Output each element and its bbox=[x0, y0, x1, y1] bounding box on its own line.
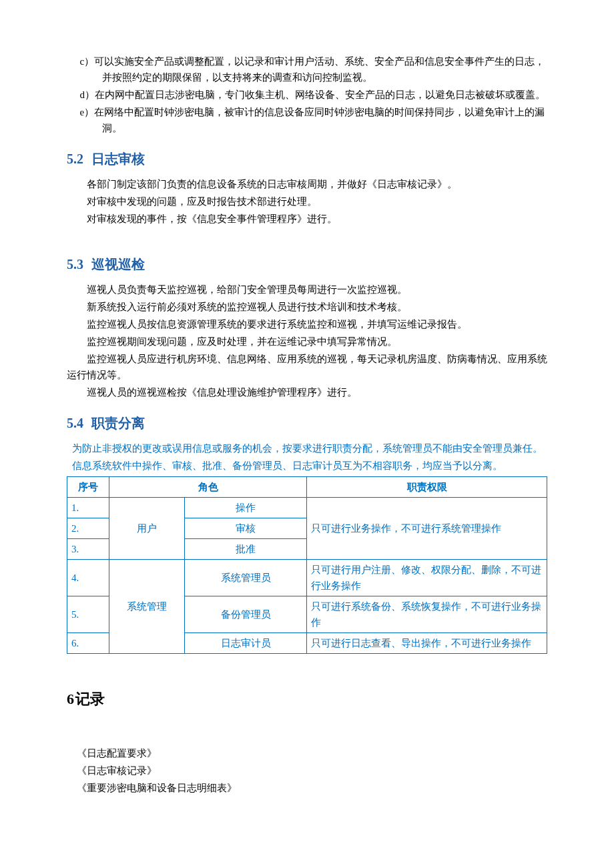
record-item-3: 《重要涉密电脑和设备日志明细表》 bbox=[77, 780, 547, 796]
cell-role: 系统管理员 bbox=[185, 560, 307, 596]
s53-p5: 监控巡视人员应进行机房环境、信息网络、应用系统的巡视，每天记录机房温度、防病毒情… bbox=[67, 351, 547, 383]
cell-role: 批准 bbox=[185, 539, 307, 560]
cell-seq: 1. bbox=[67, 498, 109, 518]
cell-permission: 只可进行用户注册、修改、权限分配、删除，不可进行业务操作 bbox=[307, 560, 547, 596]
heading-6-title: 记录 bbox=[75, 691, 105, 707]
cell-seq: 4. bbox=[67, 560, 109, 596]
heading-5-2-title: 日志审核 bbox=[91, 151, 145, 166]
cell-role: 操作 bbox=[185, 498, 307, 518]
responsibility-table: 序号 角色 职责权限 1. 用户 操作 只可进行业务操作，不可进行系统管理操作 … bbox=[67, 476, 547, 654]
cell-seq: 2. bbox=[67, 518, 109, 539]
s52-p2: 对审核中发现的问题，应及时报告技术部进行处理。 bbox=[67, 193, 547, 209]
cell-group: 系统管理 bbox=[109, 560, 185, 654]
heading-5-2-num: 5.2 bbox=[67, 151, 83, 166]
intro-item-e: e）在网络中配置时钟涉密电脑，被审计的信息设备应同时钟涉密电脑的时间保持同步，以… bbox=[67, 104, 547, 136]
cell-seq: 6. bbox=[67, 633, 109, 654]
intro-item-d: d）在内网中配置日志涉密电脑，专门收集主机、网络设备、安全产品的日志，以避免日志… bbox=[67, 87, 547, 103]
s53-p4: 监控巡视期间发现问题，应及时处理，并在运维记录中填写异常情况。 bbox=[67, 334, 547, 350]
th-permission: 职责权限 bbox=[307, 477, 547, 498]
s53-p3: 监控巡视人员按信息资源管理系统的要求进行系统监控和巡视，并填写运维记录报告。 bbox=[67, 316, 547, 332]
cell-permission: 只可进行系统备份、系统恢复操作，不可进行业务操作 bbox=[307, 596, 547, 633]
s52-p1: 各部门制定该部门负责的信息设备系统的日志审核周期，并做好《日志审核记录》。 bbox=[67, 176, 547, 192]
heading-5-4-num: 5.4 bbox=[67, 416, 83, 430]
s53-p6: 巡视人员的巡视巡检按《信息处理设施维护管理程序》进行。 bbox=[67, 384, 547, 400]
cell-role: 审核 bbox=[185, 518, 307, 539]
s54-intro2: 信息系统软件中操作、审核、批准、备份管理员、日志审计员互为不相容职务，均应当予以… bbox=[67, 458, 547, 474]
table-header-row: 序号 角色 职责权限 bbox=[67, 477, 547, 498]
cell-role: 日志审计员 bbox=[185, 633, 307, 654]
heading-5-4-title: 职责分离 bbox=[91, 416, 145, 430]
cell-permission: 只可进行业务操作，不可进行系统管理操作 bbox=[307, 498, 547, 560]
cell-role: 备份管理员 bbox=[185, 596, 307, 633]
record-item-2: 《日志审核记录》 bbox=[77, 763, 547, 779]
cell-permission: 只可进行日志查看、导出操作，不可进行业务操作 bbox=[307, 633, 547, 654]
heading-6: 6记录 bbox=[67, 687, 547, 711]
th-seq: 序号 bbox=[67, 477, 109, 498]
record-item-1: 《日志配置要求》 bbox=[77, 745, 547, 761]
heading-5-3-title: 巡视巡检 bbox=[91, 257, 145, 272]
heading-6-num: 6 bbox=[67, 691, 74, 707]
table-row: 1. 用户 操作 只可进行业务操作，不可进行系统管理操作 bbox=[67, 498, 547, 518]
cell-group: 用户 bbox=[109, 498, 185, 560]
heading-5-4: 5.4职责分离 bbox=[67, 412, 547, 434]
s53-p1: 巡视人员负责每天监控巡视，给部门安全管理员每周进行一次监控巡视。 bbox=[67, 282, 547, 298]
heading-5-3: 5.3巡视巡检 bbox=[67, 254, 547, 275]
s52-p3: 对审核发现的事件，按《信息安全事件管理程序》进行。 bbox=[67, 211, 547, 227]
s54-intro1: 为防止非授权的更改或误用信息或服务的机会，按要求进行职责分配，系统管理员不能由安… bbox=[67, 440, 547, 456]
th-role: 角色 bbox=[109, 477, 307, 498]
cell-seq: 3. bbox=[67, 539, 109, 560]
table-row: 4. 系统管理 系统管理员 只可进行用户注册、修改、权限分配、删除，不可进行业务… bbox=[67, 560, 547, 596]
intro-item-c: c）可以实施安全产品或调整配置，以记录和审计用户活动、系统、安全产品和信息安全事… bbox=[67, 53, 547, 85]
s53-p2: 新系统投入运行前必须对系统的监控巡视人员进行技术培训和技术考核。 bbox=[67, 299, 547, 315]
cell-seq: 5. bbox=[67, 596, 109, 633]
heading-5-3-num: 5.3 bbox=[67, 257, 83, 272]
heading-5-2: 5.2日志审核 bbox=[67, 148, 547, 169]
